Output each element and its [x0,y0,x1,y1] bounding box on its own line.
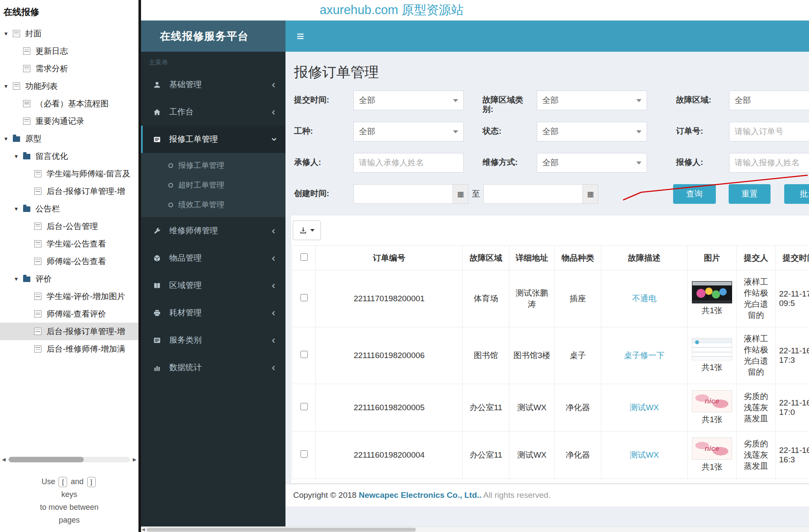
row-checkbox[interactable] [300,403,308,410]
sitemap-item-requirement-analysis[interactable]: 需求分析 [0,60,138,77]
chevron-left-icon: ‹ [272,280,275,291]
scrollbar-thumb[interactable] [9,457,84,462]
batch-button[interactable]: 批量 [784,184,809,204]
fault-desc-link[interactable]: 不通电 [632,294,656,303]
cell-order-no: 2211160198200006 [316,327,463,384]
cell-fault-area: 图书馆 [463,327,509,384]
page-icon [34,170,41,177]
sitemap-item-admin-master-satisfaction[interactable]: 后台-维修师傅-增加满 [0,340,138,358]
calendar-icon[interactable]: ▦ [453,185,468,203]
fault-desc-link[interactable]: 桌子修一下 [624,351,665,360]
col-header-submitter: 提交人 [737,246,776,270]
footer: Copyright © 2018 Newcapec Electronics Co… [285,484,809,506]
create-time-start-input[interactable] [354,185,453,203]
sitemap-item-basic-flowchart[interactable]: （必看）基本流程图 [0,95,138,112]
undertaker-input[interactable] [353,153,464,173]
page-hscrollbar[interactable]: ◀ [141,526,809,532]
reporter-input[interactable] [729,153,809,173]
expand-arrow-icon[interactable]: ▼ [3,136,13,142]
menu-item-area-mgmt[interactable]: 区域管理 ‹ [141,272,285,299]
sitemap-hscrollbar[interactable]: ◀ ▶ [1,456,138,462]
admin-menu: 基础管理 ‹ 工作台 ‹ 报修工单管理 [141,71,285,381]
sitemap-item-student-master-message[interactable]: 学生端与师傅端-留言及 [0,165,138,182]
sitemap-item-master-notice-view[interactable]: 师傅端-公告查看 [0,253,138,270]
sitemap-item-master-evaluation[interactable]: 师傅端-查看评价 [0,305,138,323]
expand-arrow-icon[interactable]: ▼ [3,31,13,37]
sitemap-item-admin-notice-mgmt[interactable]: 后台-公告管理 [0,218,138,235]
row-image-thumbnail[interactable]: nice [692,390,732,412]
row-checkbox[interactable] [300,450,308,458]
menu-item-data-statistics[interactable]: 数据统计 ‹ [141,354,285,381]
sitemap-item-prototype[interactable]: ▼ 原型 [0,130,138,147]
folder-icon [23,276,30,282]
sitemap-item-notice-board[interactable]: ▼ 公告栏 [0,200,138,218]
sitemap-item-cover[interactable]: ▼ 封面 [0,25,138,42]
expand-arrow-icon[interactable]: ▼ [14,206,23,212]
submenu-item-repair-order-mgmt[interactable]: 报修工单管理 [141,156,285,175]
fault-desc-link[interactable]: 测试WX [630,450,659,459]
row-image-thumbnail[interactable]: nice [692,438,732,460]
caret-down-icon [310,229,315,232]
menu-item-service-category[interactable]: 服务类别 ‹ [141,326,285,354]
menu-item-consumables-mgmt[interactable]: 耗材管理 ‹ [141,299,285,326]
sitemap-item-admin-order-mgmt-b[interactable]: 后台-报修订单管理-增 [0,323,138,340]
scroll-right-icon[interactable]: ▶ [132,457,138,462]
menu-item-basic-mgmt[interactable]: 基础管理 ‹ [141,71,285,98]
select-all-checkbox[interactable] [300,253,308,261]
calendar-icon[interactable]: ▦ [582,185,598,203]
sitemap-item-message-optimization[interactable]: ▼ 留言优化 [0,147,138,165]
page-icon [34,293,41,300]
repair-mode-select[interactable]: 全部 [537,153,647,173]
sitemap-item-student-evaluation[interactable]: 学生端-评价-增加图片 [0,288,138,305]
sitemap-item-evaluation[interactable]: ▼ 评价 [0,270,138,288]
create-time-end-input[interactable] [484,185,582,203]
work-type-select[interactable]: 全部 [353,122,464,141]
cell-submit-time: 22-11-16 17:3 [776,327,809,384]
work-type-label: 工种: [294,122,353,136]
search-button[interactable]: 查询 [673,184,716,204]
scroll-left-icon[interactable]: ◀ [142,527,145,532]
scrollbar-track[interactable] [9,457,130,462]
circle-icon [168,163,173,168]
folder-icon [23,206,30,212]
menu-item-workbench[interactable]: 工作台 ‹ [141,98,285,126]
row-checkbox[interactable] [300,294,308,301]
submenu-item-overtime-order-mgmt[interactable]: 超时工单管理 [141,175,285,195]
export-button[interactable] [293,220,321,240]
reset-button[interactable]: 重置 [729,184,771,204]
sitemap-item-update-log[interactable]: 更新日志 [0,42,138,60]
book-icon [153,282,165,290]
row-image-thumbnail[interactable] [692,281,732,303]
fault-area-type-select[interactable]: 全部 [537,91,647,110]
cell-address: 图书馆3楼 [509,327,555,384]
cell-submitter: 液样工作站极光白遗留的 [737,327,776,384]
submit-time-select[interactable]: 全部 [353,91,464,110]
submenu-item-performance-order-mgmt[interactable]: 绩效工单管理 [141,195,285,215]
page-title: 报修订单管理 [285,52,809,88]
menu-item-repair-order-mgmt[interactable]: 报修工单管理 ‹ [141,126,285,153]
sitemap-item-student-notice-view[interactable]: 学生端-公告查看 [0,235,138,253]
fault-desc-link[interactable]: 测试WX [630,403,659,412]
hamburger-icon[interactable]: ≡ [297,30,304,43]
row-image-thumbnail[interactable] [692,338,732,360]
fault-area-select[interactable]: 全部 [729,91,809,110]
app-logo[interactable]: 在线报修服务平台 [141,21,285,52]
order-no-input[interactable] [729,122,809,141]
scroll-left-icon[interactable]: ◀ [1,457,7,462]
sitemap-item-admin-order-mgmt-a[interactable]: 后台-报修订单管理-增 [0,182,138,200]
expand-arrow-icon[interactable]: ▼ [14,153,23,159]
status-select[interactable]: 全部 [537,122,647,141]
table-row: 2211160198200004 办公室11 测试WX 净化器 测试WX nic… [292,432,809,479]
cell-fault-area: 体育场 [463,270,509,327]
sitemap-item-feature-list[interactable]: ▼ 功能列表 [0,77,138,95]
page-hscrollbar-thumb[interactable] [147,528,416,532]
sitemap-item-communication-notes[interactable]: 重要沟通记录 [0,112,138,130]
right-bracket-key: ] [87,477,96,487]
expand-arrow-icon[interactable]: ▼ [3,83,13,89]
row-checkbox[interactable] [300,351,308,358]
cell-fault-desc: 测试WX [601,432,688,479]
menu-item-repair-master-mgmt[interactable]: 维修师傅管理 ‹ [141,217,285,244]
circle-icon [168,203,173,207]
menu-item-item-mgmt[interactable]: 物品管理 ‹ [141,244,285,272]
expand-arrow-icon[interactable]: ▼ [14,276,23,282]
